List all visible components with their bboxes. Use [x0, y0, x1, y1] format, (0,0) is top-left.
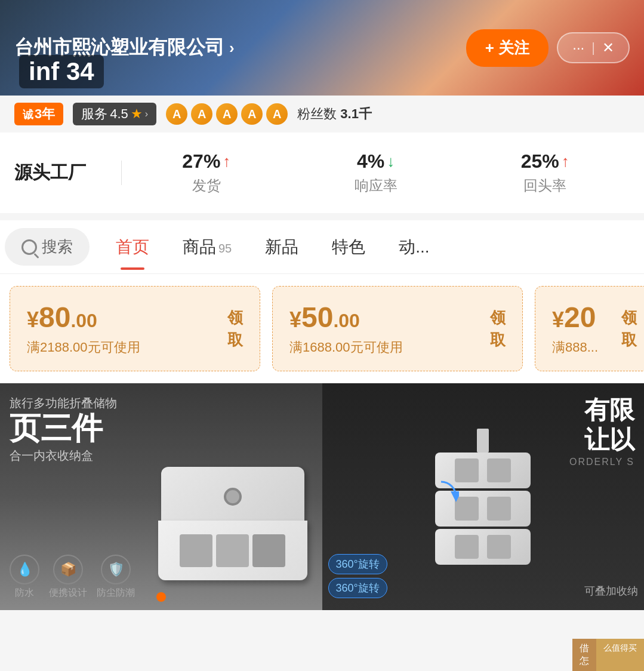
coupon-2-amount: ¥50.00	[289, 301, 490, 334]
tab-more[interactable]: 动...	[382, 220, 446, 273]
product-box-image	[149, 467, 316, 586]
coupon-2-action[interactable]: 领取	[490, 307, 506, 350]
close-icon: ✕	[602, 39, 614, 56]
quality-badge-a3: A	[216, 103, 238, 125]
fans-label: 粉丝数 3.1千	[297, 105, 372, 123]
rotate-label-2: 360°旋转	[328, 578, 387, 598]
active-dot	[156, 592, 166, 602]
header-chevron-icon: ›	[229, 39, 235, 57]
source-factory-label: 源头工厂	[14, 161, 122, 185]
products-count-badge: 95	[218, 242, 232, 255]
quality-badge-a1: A	[166, 103, 187, 125]
slot2	[487, 458, 511, 482]
header-actions: + 关注 ··· | ✕	[466, 29, 630, 67]
coupon-card-3[interactable]: ¥20 满888... 领取	[535, 286, 644, 371]
quality-badge-a2: A	[191, 103, 212, 125]
quality-badges: A A A A A	[166, 103, 288, 125]
tab-special[interactable]: 特色	[315, 220, 382, 273]
banner-section: 旅行多功能折叠储物 页三件 合一内衣收纳盒	[0, 383, 644, 610]
coupon-section: ¥80.00 满2188.00元可使用 领取 ¥50.00 满1688.00元可…	[0, 274, 644, 383]
tab-new[interactable]: 新品	[248, 220, 315, 273]
stats-response: 4% ↓ 响应率	[291, 150, 461, 195]
icon-waterproof: 💧 防水	[10, 555, 39, 598]
tab-products[interactable]: 商品95	[166, 220, 248, 273]
arrow-down-icon: ↓	[387, 152, 395, 171]
dot-indicator	[156, 592, 166, 604]
banner-title: 页三件	[10, 411, 117, 445]
tab-home[interactable]: 首页	[99, 220, 166, 273]
follow-button[interactable]: + 关注	[466, 29, 549, 67]
coupon-3-action[interactable]: 领取	[621, 307, 637, 350]
watermark-box2: 么值得买	[596, 639, 644, 671]
banner-left-text: 旅行多功能折叠储物 页三件 合一内衣收纳盒	[10, 395, 117, 464]
waterproof-icon: 💧	[10, 555, 39, 584]
stats-delivery: 27% ↑ 发货	[122, 150, 291, 195]
coupon-card-2[interactable]: ¥50.00 满1688.00元可使用 领取	[272, 286, 523, 371]
coupon-2-info: ¥50.00 满1688.00元可使用	[289, 301, 490, 356]
portable-icon: 📦	[53, 555, 83, 584]
coupon-2-condition: 满1688.00元可使用	[289, 338, 490, 356]
arrow-up-icon: ↑	[223, 152, 230, 171]
org-tier-3	[435, 529, 531, 565]
coupon-1-info: ¥80.00 满2188.00元可使用	[27, 301, 227, 356]
slot5	[455, 535, 479, 559]
nav-tabs: 搜索 首页 商品95 新品 特色 动...	[0, 220, 644, 274]
coupon-1-amount: ¥80.00	[27, 301, 227, 334]
divider: |	[591, 40, 595, 56]
coupon-1-condition: 满2188.00元可使用	[27, 338, 227, 356]
coupon-3-condition: 满888...	[552, 338, 621, 356]
coupon-row: ¥80.00 满2188.00元可使用 领取 ¥50.00 满1688.00元可…	[0, 286, 644, 371]
rotate-label-1: 360°旋转	[328, 554, 387, 574]
organizer-visual	[435, 429, 531, 565]
banner-subtitle: 旅行多功能折叠储物	[10, 395, 117, 411]
orderly-badge: ORDERLY S	[569, 457, 634, 467]
stackable-label: 可叠加收纳	[584, 584, 638, 598]
watermark-box1: 借怎	[572, 639, 596, 671]
more-close-button[interactable]: ··· | ✕	[557, 32, 630, 63]
quality-badge-a5: A	[266, 103, 288, 125]
quality-badge-a4: A	[241, 103, 263, 125]
coupon-1-action[interactable]: 领取	[227, 307, 243, 350]
years-badge: 诚3年	[14, 103, 63, 125]
right-title: 有限让以	[569, 395, 634, 455]
info-bar: 诚3年 服务 4.5 ★ › A A A A A 粉丝数 3.1千	[0, 96, 644, 133]
star-icon: ★	[131, 106, 143, 122]
service-badge[interactable]: 服务 4.5 ★ ›	[73, 103, 156, 125]
banner-left[interactable]: 旅行多功能折叠储物 页三件 合一内衣收纳盒	[0, 383, 322, 610]
banner-right-text: 有限让以 ORDERLY S	[569, 395, 634, 467]
watermark: 借怎 么值得买	[572, 639, 644, 671]
inf-badge: inf 34	[19, 55, 104, 88]
slot4	[487, 497, 511, 521]
dustproof-icon: 🛡️	[101, 555, 131, 584]
search-icon	[21, 239, 37, 255]
search-label: 搜索	[42, 236, 73, 257]
service-chevron-icon: ›	[145, 109, 148, 119]
icon-dustproof: 🛡️ 防尘防潮	[97, 555, 135, 598]
stats-return: 25% ↑ 回头率	[460, 150, 630, 195]
icon-portable: 📦 便携设计	[49, 555, 87, 598]
banner-right[interactable]: 有限让以 ORDERLY S 360°旋转 360°旋转 可叠加收纳	[322, 383, 645, 610]
banner-desc: 合一内衣收纳盒	[10, 448, 117, 464]
coupon-3-info: ¥20 满888...	[552, 301, 621, 356]
stats-card: 源头工厂 27% ↑ 发货 4% ↓ 响应率 25% ↑ 回头率	[0, 133, 644, 213]
coupon-card-1[interactable]: ¥80.00 满2188.00元可使用 领取	[10, 286, 260, 371]
rotation-arrow	[423, 479, 459, 517]
more-dots-icon: ···	[572, 39, 584, 56]
banner-icons-row: 💧 防水 📦 便携设计 🛡️ 防尘防潮	[10, 555, 135, 598]
coupon-3-amount: ¥20	[552, 301, 621, 334]
slot6	[487, 535, 511, 559]
search-button[interactable]: 搜索	[5, 228, 90, 266]
arrow-up-icon2: ↑	[562, 152, 569, 171]
